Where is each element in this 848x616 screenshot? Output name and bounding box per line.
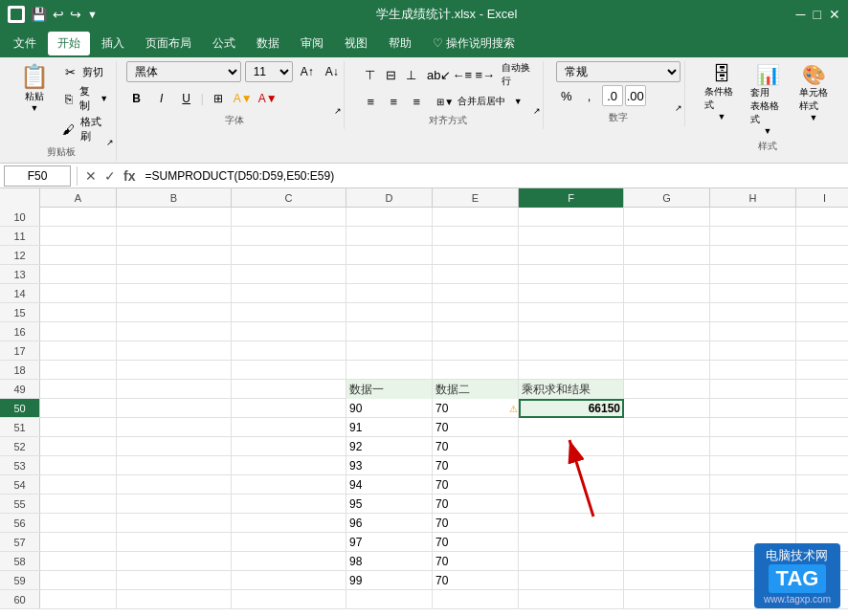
cell-f12[interactable] xyxy=(519,246,624,265)
text-direction-btn[interactable]: ab↙ xyxy=(429,64,450,85)
insert-function-icon[interactable]: fx xyxy=(122,168,137,184)
cell-g60[interactable] xyxy=(624,590,710,609)
cell-a51[interactable] xyxy=(40,418,117,437)
decrease-decimal-btn[interactable]: .00 xyxy=(625,85,646,106)
cell-f14[interactable] xyxy=(519,284,624,303)
cell-b11[interactable] xyxy=(117,227,232,246)
cell-b53[interactable] xyxy=(117,456,232,475)
cell-d60[interactable] xyxy=(346,590,433,609)
conditional-format-button[interactable]: 🗄 条件格式 ▼ xyxy=(701,61,743,123)
cell-a57[interactable] xyxy=(40,533,117,552)
cell-b14[interactable] xyxy=(117,284,232,303)
cell-h49[interactable] xyxy=(710,380,796,399)
cell-b60[interactable] xyxy=(117,590,232,609)
cell-e50[interactable]: 70 ⚠ xyxy=(433,399,519,418)
menu-home[interactable]: 开始 xyxy=(48,32,90,55)
cell-b54[interactable] xyxy=(117,475,232,495)
menu-review[interactable]: 审阅 xyxy=(291,32,333,55)
font-name-select[interactable]: 黑体 xyxy=(126,61,241,82)
cell-f58[interactable] xyxy=(519,552,624,571)
cell-i18[interactable] xyxy=(796,361,848,380)
cell-c14[interactable] xyxy=(232,284,346,303)
cell-d14[interactable] xyxy=(346,284,433,303)
col-header-h[interactable]: H xyxy=(710,188,796,208)
cell-c50[interactable] xyxy=(232,399,346,418)
cell-f53[interactable] xyxy=(519,456,624,475)
indent-increase-btn[interactable]: ≡→ xyxy=(475,64,496,85)
cell-g15[interactable] xyxy=(624,303,710,322)
redo-btn[interactable]: ↪ xyxy=(70,7,81,22)
cell-c59[interactable] xyxy=(232,571,346,590)
cell-c12[interactable] xyxy=(232,246,346,265)
cell-h54[interactable] xyxy=(710,475,796,495)
cell-c18[interactable] xyxy=(232,361,346,380)
cell-i54[interactable] xyxy=(796,475,848,495)
cell-c57[interactable] xyxy=(232,533,346,552)
cell-g59[interactable] xyxy=(624,571,710,590)
cell-styles-button[interactable]: 🎨 单元格样式 ▼ xyxy=(792,61,835,124)
cell-e49[interactable]: 数据二 xyxy=(433,380,519,399)
table-format-button[interactable]: 📊 套用表格格式 ▼ xyxy=(747,61,789,138)
window-controls[interactable]: ─ □ ✕ xyxy=(796,7,840,22)
font-size-select[interactable]: 11 xyxy=(245,61,293,82)
cancel-formula-icon[interactable]: ✕ xyxy=(83,168,99,184)
cell-i10[interactable] xyxy=(796,208,848,227)
cell-c10[interactable] xyxy=(232,208,346,227)
cell-g49[interactable] xyxy=(624,380,710,399)
cell-b57[interactable] xyxy=(117,533,232,552)
cell-d11[interactable] xyxy=(346,227,433,246)
menu-layout[interactable]: 页面布局 xyxy=(136,32,201,55)
cell-g14[interactable] xyxy=(624,284,710,303)
cell-reference-input[interactable]: F50 xyxy=(4,165,71,187)
cell-d15[interactable] xyxy=(346,303,433,322)
menu-data[interactable]: 数据 xyxy=(247,32,289,55)
cell-a17[interactable] xyxy=(40,341,117,361)
cell-a49[interactable] xyxy=(40,380,117,399)
cell-i51[interactable] xyxy=(796,418,848,437)
cell-d49[interactable]: 数据一 xyxy=(346,380,433,399)
align-middle-btn[interactable]: ⊟ xyxy=(381,64,400,85)
increase-font-btn[interactable]: A↑ xyxy=(297,61,318,82)
cell-b51[interactable] xyxy=(117,418,232,437)
cell-i14[interactable] xyxy=(796,284,848,303)
cell-d59[interactable]: 99 xyxy=(346,571,433,590)
cell-d58[interactable]: 98 xyxy=(346,552,433,571)
cell-c11[interactable] xyxy=(232,227,346,246)
comma-btn[interactable]: , xyxy=(579,85,600,106)
cell-e17[interactable] xyxy=(433,341,519,361)
indent-decrease-btn[interactable]: ←≡ xyxy=(452,64,473,85)
cell-a14[interactable] xyxy=(40,284,117,303)
increase-decimal-btn[interactable]: .0 xyxy=(602,85,623,106)
cell-g50[interactable] xyxy=(624,399,710,418)
cell-e60[interactable] xyxy=(433,590,519,609)
cell-g52[interactable] xyxy=(624,437,710,456)
cell-f50[interactable]: 66150 xyxy=(519,399,624,418)
cell-f59[interactable] xyxy=(519,571,624,590)
cell-c56[interactable] xyxy=(232,514,346,533)
cell-h50[interactable] xyxy=(710,399,796,418)
cell-g10[interactable] xyxy=(624,208,710,227)
align-left-btn[interactable]: ≡ xyxy=(360,91,381,112)
cell-a18[interactable] xyxy=(40,361,117,380)
col-header-d[interactable]: D xyxy=(346,188,433,208)
cell-e12[interactable] xyxy=(433,246,519,265)
cell-e56[interactable]: 70 xyxy=(433,514,519,533)
cell-g18[interactable] xyxy=(624,361,710,380)
cell-d16[interactable] xyxy=(346,322,433,341)
cell-c49[interactable] xyxy=(232,380,346,399)
cell-i12[interactable] xyxy=(796,246,848,265)
cell-i17[interactable] xyxy=(796,341,848,361)
cell-g54[interactable] xyxy=(624,475,710,495)
cell-c58[interactable] xyxy=(232,552,346,571)
cell-b12[interactable] xyxy=(117,246,232,265)
cell-b52[interactable] xyxy=(117,437,232,456)
cell-d10[interactable] xyxy=(346,208,433,227)
border-button[interactable]: ⊞ xyxy=(208,88,229,109)
cell-f57[interactable] xyxy=(519,533,624,552)
cell-a11[interactable] xyxy=(40,227,117,246)
cell-i52[interactable] xyxy=(796,437,848,456)
cell-b49[interactable] xyxy=(117,380,232,399)
font-expand[interactable]: ↗ xyxy=(334,106,342,116)
cell-c53[interactable] xyxy=(232,456,346,475)
underline-button[interactable]: U xyxy=(176,88,197,109)
